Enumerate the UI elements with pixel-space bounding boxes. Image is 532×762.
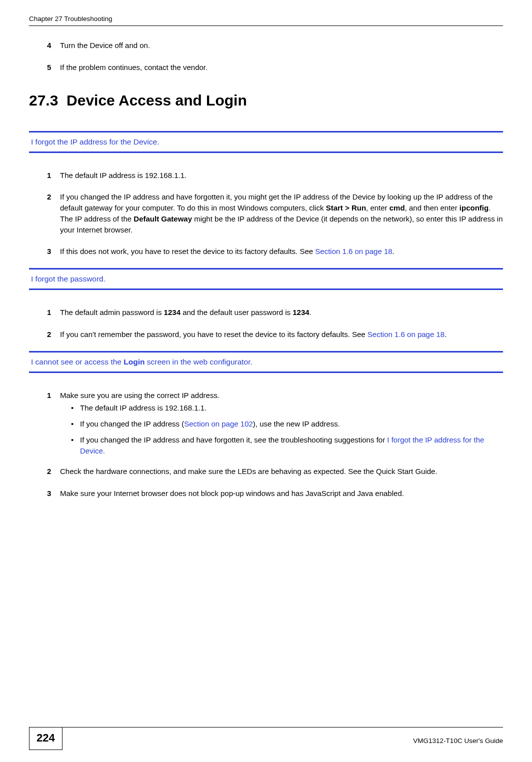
bullet-text: If you changed the IP address (Section o… xyxy=(80,418,503,430)
step-number: 3 xyxy=(47,488,60,499)
section-heading: 27.3 Device Access and Login xyxy=(29,92,503,109)
step-number: 1 xyxy=(47,307,60,318)
page: Chapter 27 Troubleshooting 4 Turn the De… xyxy=(0,0,532,762)
list-item: 4 Turn the Device off and on. xyxy=(47,40,503,51)
bold-text: Start > Run xyxy=(326,204,366,212)
step-text: Make sure your Internet browser does not… xyxy=(60,488,503,499)
bold-text: 1234 xyxy=(292,308,309,316)
page-number: 224 xyxy=(29,728,62,750)
cross-reference-link[interactable]: Section 1.6 on page 18 xyxy=(315,247,392,256)
topic-rule xyxy=(29,268,503,270)
step-number: 2 xyxy=(47,466,60,477)
bold-text: ipconfig xyxy=(460,204,488,212)
list-item: 1 The default admin password is 1234 and… xyxy=(47,307,503,318)
list-item: 1 The default IP address is 192.168.1.1. xyxy=(47,170,503,181)
list-item: 2 If you changed the IP address and have… xyxy=(47,192,503,235)
list-item: • The default IP address is 192.168.1.1. xyxy=(71,402,503,414)
bold-text: Login xyxy=(124,358,144,366)
list-item: 3 If this does not work, you have to res… xyxy=(47,246,503,257)
topic-rule xyxy=(29,372,503,373)
list-item: 5 If the problem continues, contact the … xyxy=(47,62,503,73)
step-text: If you changed the IP address and have f… xyxy=(60,192,503,235)
step-text: Make sure you are using the correct IP a… xyxy=(60,390,503,462)
step-text: If you can't remember the password, you … xyxy=(60,329,503,340)
list-item: • If you changed the IP address (Section… xyxy=(71,418,503,430)
page-footer: 224 VMG1312-T10C User's Guide xyxy=(0,727,532,750)
topic-forgot-password: I forgot the password. xyxy=(29,268,503,290)
footer-guide-name: VMG1312-T10C User's Guide xyxy=(62,733,503,744)
topic3-steps: 1 Make sure you are using the correct IP… xyxy=(47,390,503,499)
topic-title: I forgot the IP address for the Device. xyxy=(31,138,503,146)
footer-row: 224 VMG1312-T10C User's Guide xyxy=(29,728,503,750)
list-item: 2 Check the hardware connections, and ma… xyxy=(47,466,503,477)
topic-rule xyxy=(29,131,503,132)
list-item: • If you changed the IP address and have… xyxy=(71,434,503,456)
step-number: 1 xyxy=(47,170,60,181)
step-number: 3 xyxy=(47,246,60,257)
topic-rule xyxy=(29,152,503,153)
step-number: 4 xyxy=(47,40,60,51)
top-step-list: 4 Turn the Device off and on. 5 If the p… xyxy=(47,40,503,73)
step-text: If this does not work, you have to reset… xyxy=(60,246,503,257)
topic2-steps: 1 The default admin password is 1234 and… xyxy=(47,307,503,340)
bullet-icon: • xyxy=(71,434,80,456)
header-chapter: Chapter 27 Troubleshooting xyxy=(29,15,112,22)
step-text: Check the hardware connections, and make… xyxy=(60,466,503,477)
step-text: The default IP address is 192.168.1.1. xyxy=(60,170,503,181)
topic-rule xyxy=(29,288,503,290)
topic-cannot-access-login: I cannot see or access the Login screen … xyxy=(29,351,503,373)
step-number: 2 xyxy=(47,192,60,235)
bullet-list: • The default IP address is 192.168.1.1.… xyxy=(71,402,503,456)
bold-text: 1234 xyxy=(164,308,180,316)
topic1-steps: 1 The default IP address is 192.168.1.1.… xyxy=(47,170,503,258)
topic-rule xyxy=(29,351,503,352)
bold-text: Default Gateway xyxy=(134,214,192,223)
step-text: The default admin password is 1234 and t… xyxy=(60,307,503,318)
list-item: 1 Make sure you are using the correct IP… xyxy=(47,390,503,462)
step-text: If the problem continues, contact the ve… xyxy=(60,62,503,73)
bold-text: cmd xyxy=(390,204,405,212)
header-rule xyxy=(29,26,503,26)
bullet-text: The default IP address is 192.168.1.1. xyxy=(80,402,503,414)
page-header: Chapter 27 Troubleshooting xyxy=(29,15,503,22)
bullet-icon: • xyxy=(71,418,80,430)
step-text: Turn the Device off and on. xyxy=(60,40,503,51)
cross-reference-link[interactable]: Section on page 102 xyxy=(184,420,253,428)
topic-forgot-ip: I forgot the IP address for the Device. xyxy=(29,131,503,153)
step-number: 5 xyxy=(47,62,60,73)
list-item: 2 If you can't remember the password, yo… xyxy=(47,329,503,340)
bullet-icon: • xyxy=(71,402,80,414)
list-item: 3 Make sure your Internet browser does n… xyxy=(47,488,503,499)
cross-reference-link[interactable]: Section 1.6 on page 18 xyxy=(368,330,444,338)
step-number: 1 xyxy=(47,390,60,462)
step-number: 2 xyxy=(47,329,60,340)
topic-title: I cannot see or access the Login screen … xyxy=(31,358,503,366)
section-number: 27.3 xyxy=(29,92,58,108)
section-title-text: Device Access and Login xyxy=(66,92,247,108)
topic-title: I forgot the password. xyxy=(31,274,503,284)
bullet-text: If you changed the IP address and have f… xyxy=(80,434,503,456)
